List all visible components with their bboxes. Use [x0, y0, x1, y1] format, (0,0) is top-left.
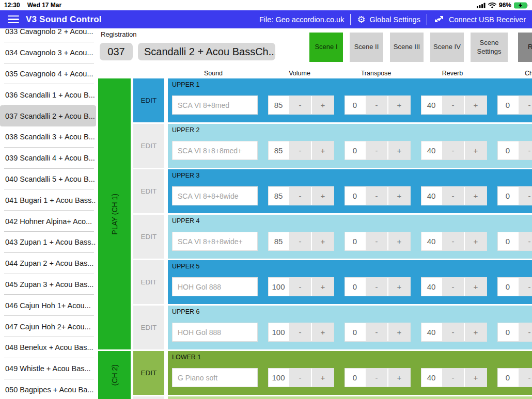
scene-3-button[interactable]: Scene III: [390, 33, 424, 62]
minus-button[interactable]: -: [289, 187, 311, 205]
minus-button[interactable]: -: [442, 323, 464, 341]
plus-button[interactable]: +: [465, 96, 487, 114]
row-upper6: UPPER 6 100 - + 0 - +: [168, 306, 532, 349]
plus-button[interactable]: +: [312, 141, 334, 159]
minus-button[interactable]: -: [442, 96, 464, 114]
minus-button[interactable]: -: [366, 96, 387, 114]
edit-button-upper2[interactable]: EDIT: [133, 124, 164, 168]
sound-input[interactable]: [172, 323, 258, 342]
scene-2-button[interactable]: Scene II: [350, 33, 383, 62]
list-item[interactable]: 038 Scandalli 3 + Acou B...: [0, 126, 96, 148]
plus-button[interactable]: +: [388, 232, 410, 250]
list-item[interactable]: 047 Cajun Hoh 2+ Acou...: [0, 316, 96, 337]
list-item[interactable]: 040 Scandalli 5 + Acou B...: [0, 169, 96, 190]
minus-button[interactable]: -: [289, 323, 311, 341]
minus-button[interactable]: -: [519, 278, 532, 296]
minus-button[interactable]: -: [366, 232, 387, 250]
plus-button[interactable]: +: [388, 187, 410, 205]
minus-button[interactable]: -: [366, 369, 387, 387]
list-item[interactable]: 043 Zupan 1 + Acou Bass...: [0, 232, 96, 253]
list-item[interactable]: 034 Cavagnolo 3 + Acou...: [0, 42, 96, 63]
edit-button-lower2[interactable]: [133, 396, 164, 399]
plus-button[interactable]: +: [465, 369, 487, 387]
minus-button[interactable]: -: [442, 278, 464, 296]
edit-button-upper5[interactable]: EDIT: [133, 260, 164, 304]
minus-button[interactable]: -: [289, 369, 311, 387]
minus-button[interactable]: -: [366, 323, 387, 341]
edit-button-upper4[interactable]: EDIT: [133, 215, 164, 259]
plus-button[interactable]: +: [312, 278, 334, 296]
minus-button[interactable]: -: [289, 232, 311, 250]
list-item[interactable]: 033 Cavagnolo 2 + Acou...: [0, 28, 96, 42]
plus-button[interactable]: +: [465, 278, 487, 296]
scene-settings-button[interactable]: Scene Settings: [471, 33, 508, 62]
plus-button[interactable]: +: [465, 141, 487, 159]
sound-input[interactable]: [172, 277, 258, 296]
ch-value: 0: [498, 96, 518, 114]
list-item[interactable]: 035 Cavagnolo 4 + Acou...: [0, 63, 96, 85]
list-item[interactable]: 042 Hohner Alpina+ Aco...: [0, 211, 96, 232]
plus-button[interactable]: +: [388, 141, 410, 159]
global-settings-button[interactable]: ⚙ Global Settings: [357, 15, 420, 24]
minus-button[interactable]: -: [442, 369, 464, 387]
edit-button-upper3[interactable]: EDIT: [133, 169, 164, 213]
list-item[interactable]: 036 Scandalli 1 + Acou B...: [0, 84, 96, 105]
plus-button[interactable]: +: [312, 232, 334, 250]
scene-1-button[interactable]: Scene I: [309, 33, 343, 62]
list-item[interactable]: 045 Zupan 3 + Acou Bas...: [0, 274, 96, 295]
minus-button[interactable]: -: [519, 141, 532, 159]
volume-value: 85: [269, 141, 288, 159]
list-item[interactable]: 046 Cajun Hoh 1+ Acou...: [0, 295, 96, 316]
plus-button[interactable]: +: [312, 187, 334, 205]
plus-button[interactable]: +: [465, 323, 487, 341]
minus-button[interactable]: -: [442, 232, 464, 250]
clock: 12:30: [4, 2, 20, 9]
list-item-selected[interactable]: 037 Scandalli 2 + Acou B...: [0, 105, 96, 126]
minus-button[interactable]: -: [442, 141, 464, 159]
minus-button[interactable]: -: [519, 232, 532, 250]
list-item[interactable]: 039 Scandalli 4 + Acou B...: [0, 148, 96, 169]
plus-button[interactable]: +: [388, 278, 410, 296]
minus-button[interactable]: -: [519, 187, 532, 205]
list-item[interactable]: 049 Whistle + Acou Bas...: [0, 358, 96, 379]
plus-button[interactable]: +: [388, 96, 410, 114]
sound-input[interactable]: [172, 232, 258, 251]
minus-button[interactable]: -: [519, 323, 532, 341]
edit-button-lower1[interactable]: EDIT: [133, 351, 164, 395]
plus-button[interactable]: +: [465, 187, 487, 205]
list-item[interactable]: 044 Zupan 2 + Acou Bas...: [0, 253, 96, 274]
registration-number[interactable]: 037: [100, 43, 133, 60]
reset-button[interactable]: Reset: [518, 33, 532, 62]
volume-stepper: 100 - +: [268, 323, 334, 342]
minus-button[interactable]: -: [289, 141, 311, 159]
list-item[interactable]: 048 Benelux + Acou Bas...: [0, 337, 96, 358]
scene-4-button[interactable]: Scene IV: [430, 33, 464, 62]
list-item[interactable]: 050 Bagpipes + Acou Ba...: [0, 379, 96, 399]
minus-button[interactable]: -: [366, 187, 387, 205]
minus-button[interactable]: -: [366, 141, 387, 159]
reverb-value: 40: [421, 141, 441, 159]
sound-input[interactable]: [172, 95, 258, 115]
minus-button[interactable]: -: [519, 369, 532, 387]
plus-button[interactable]: +: [388, 369, 410, 387]
edit-button-upper6[interactable]: EDIT: [133, 306, 164, 349]
plus-button[interactable]: +: [465, 232, 487, 250]
connect-usb-button[interactable]: Connect USB Receiver: [433, 14, 526, 24]
plus-button[interactable]: +: [388, 323, 410, 341]
minus-button[interactable]: -: [289, 278, 311, 296]
minus-button[interactable]: -: [519, 96, 532, 114]
list-item[interactable]: 041 Bugari 1 + Acou Bass...: [0, 189, 96, 211]
sound-input[interactable]: [172, 368, 258, 387]
file-name-label[interactable]: File: Geo accordion.co.uk: [259, 15, 344, 24]
edit-button-upper1[interactable]: EDIT: [133, 78, 164, 122]
minus-button[interactable]: -: [366, 278, 387, 296]
minus-button[interactable]: -: [442, 187, 464, 205]
sound-input[interactable]: [172, 141, 258, 160]
minus-button[interactable]: -: [289, 96, 311, 114]
plus-button[interactable]: +: [312, 369, 334, 387]
plus-button[interactable]: +: [312, 96, 334, 114]
registration-name[interactable]: Scandalli 2 + Acou BassCh...: [138, 43, 275, 60]
sound-input[interactable]: [172, 186, 258, 205]
plus-button[interactable]: +: [312, 323, 334, 341]
menu-icon[interactable]: [8, 15, 19, 24]
